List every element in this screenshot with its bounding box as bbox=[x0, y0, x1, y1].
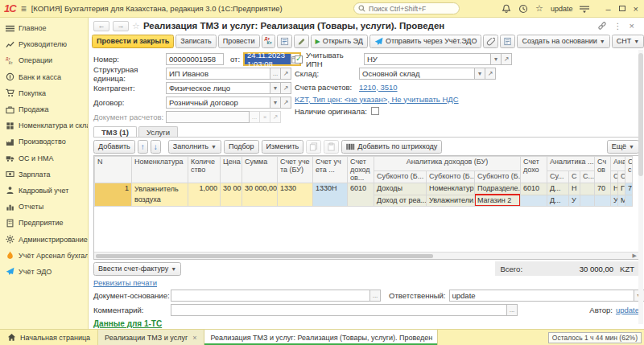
service-menu-icon[interactable] bbox=[580, 4, 589, 14]
table-row[interactable]: 1 Увлажнитель воздуха 1,000 30 00 30 000… bbox=[95, 183, 633, 207]
original-checkbox[interactable] bbox=[371, 107, 379, 115]
comment-field[interactable] bbox=[171, 304, 507, 316]
close-document-icon[interactable]: × bbox=[630, 21, 634, 31]
sidebar-item-main[interactable]: Главное bbox=[0, 20, 88, 36]
scrollbar-thumb[interactable] bbox=[638, 53, 643, 176]
cell-a2[interactable]: НУ bbox=[569, 183, 580, 207]
forward-button[interactable]: → bbox=[113, 21, 129, 31]
open-button[interactable]: ↗ bbox=[485, 68, 496, 80]
sidebar-item-salary[interactable]: Зарплата bbox=[0, 166, 88, 183]
sidebar-item-nomenclature[interactable]: Номенклатура и склад bbox=[0, 117, 88, 133]
cell-subkonto2[interactable]: Номенклатур...Увлажнители... bbox=[427, 183, 475, 207]
sidebar-item-fixed-assets[interactable]: ОС и НМА bbox=[0, 150, 88, 166]
cell-b2[interactable]: ГМ bbox=[618, 183, 625, 207]
choose-button[interactable]: ... bbox=[507, 304, 518, 316]
sidebar-item-operations[interactable]: ДтКтОперации bbox=[0, 52, 88, 68]
contract-field[interactable]: Розничный договор bbox=[166, 97, 270, 109]
global-search[interactable] bbox=[353, 2, 460, 14]
window-tab-list[interactable]: Реализации ТМЗ и услуг× bbox=[98, 330, 204, 345]
open-button[interactable]: ↗ bbox=[281, 97, 291, 109]
cell-price[interactable]: 30 00 bbox=[221, 183, 242, 207]
window-tab-document[interactable]: Реализация ТМЗ и услуг: Реализация (Това… bbox=[204, 330, 438, 345]
date-field[interactable]: 24.11.2023 1:03:08 bbox=[243, 52, 301, 66]
settlement-doc-field[interactable] bbox=[166, 111, 250, 123]
cell-a1[interactable]: Д...Д... bbox=[547, 183, 569, 207]
author-link[interactable]: update bbox=[616, 306, 639, 314]
enter-invoice-button[interactable]: Ввести счет-фактуру▼ bbox=[93, 262, 181, 276]
send-edo-button[interactable]: Отправить через Учёт.ЭДО bbox=[369, 35, 482, 48]
open-button[interactable]: ↗ bbox=[281, 68, 291, 80]
sidebar-item-hr[interactable]: Кадровый учет bbox=[0, 183, 88, 199]
dt-kt-button[interactable]: ДтКт bbox=[262, 35, 275, 48]
ipn-field[interactable]: НУ bbox=[364, 53, 491, 65]
cell-b1[interactable]: НУ bbox=[611, 183, 618, 207]
responsible-field[interactable]: update bbox=[449, 290, 634, 302]
cell-n[interactable]: 1 bbox=[95, 183, 132, 207]
favorite-star-icon[interactable]: ☆ bbox=[132, 21, 140, 31]
minimize-button[interactable]: – bbox=[605, 5, 610, 13]
sidebar-item-enterprise[interactable]: Предприятие bbox=[0, 215, 88, 231]
move-down-button[interactable]: ↓ bbox=[151, 140, 161, 154]
horizontal-scrollbar[interactable]: ▶ bbox=[94, 252, 638, 259]
cell-subkonto1[interactable]: ДоходыДоход от реа... bbox=[374, 183, 427, 207]
back-button[interactable]: ← bbox=[93, 21, 109, 31]
maximize-button[interactable] bbox=[619, 6, 625, 11]
base-document-field[interactable] bbox=[171, 290, 370, 302]
vertical-scrollbar[interactable] bbox=[638, 50, 643, 324]
cell-qty[interactable]: 1,000 bbox=[188, 183, 221, 207]
dropdown-button[interactable]: ▾ bbox=[475, 68, 485, 80]
cell-sum[interactable]: 30 000,00 bbox=[242, 183, 278, 207]
cell-subkonto3[interactable]: Подразделе...Магазин 2 bbox=[475, 183, 521, 207]
dropdown-button[interactable]: ▾ bbox=[270, 82, 281, 94]
main-menu-icon[interactable]: ≡ bbox=[21, 3, 27, 14]
close-tab-icon[interactable]: × bbox=[192, 334, 196, 342]
attachments-button[interactable] bbox=[483, 35, 498, 48]
search-input[interactable] bbox=[369, 5, 455, 13]
open-button[interactable]: ↗ bbox=[281, 82, 291, 94]
cell-last[interactable]: 7 bbox=[625, 183, 633, 207]
move-up-button[interactable]: ↑ bbox=[138, 140, 148, 154]
copy-rows-button[interactable] bbox=[306, 140, 321, 154]
tab-services[interactable]: Услуги bbox=[138, 126, 178, 137]
scrollbar-thumb[interactable] bbox=[96, 254, 433, 258]
choose-button[interactable]: ... bbox=[250, 111, 260, 123]
price-type-link[interactable]: KZT, Тип цен: <не указан>, Не учитывать … bbox=[295, 95, 459, 104]
tab-tmz[interactable]: ТМЗ (1) bbox=[93, 126, 137, 137]
cell-acc2[interactable]: 70 bbox=[595, 183, 611, 207]
post-button[interactable]: Провести bbox=[218, 35, 260, 48]
choose-button[interactable]: ... bbox=[370, 290, 381, 302]
fill-button[interactable]: Заполнить▼ bbox=[168, 140, 221, 154]
favorites-star-icon[interactable]: ☆ bbox=[535, 3, 543, 14]
edit-button[interactable] bbox=[294, 35, 309, 48]
cell-income-account-nu[interactable]: 6010 bbox=[521, 183, 547, 207]
open-ed-button[interactable]: ▶Открыть ЭД bbox=[311, 35, 368, 48]
sidebar-item-administration[interactable]: Администрирование bbox=[0, 231, 88, 247]
edo-state-button[interactable] bbox=[500, 35, 515, 48]
document-register-button[interactable] bbox=[277, 35, 292, 48]
sidebar-item-reports[interactable]: Отчеты bbox=[0, 199, 88, 215]
sidebar-item-edo[interactable]: Учёт ЭДО bbox=[0, 264, 88, 280]
more-menu-icon[interactable]: ⋮ bbox=[614, 22, 622, 31]
create-on-base-button[interactable]: Создать на основании▼ bbox=[517, 35, 609, 48]
contractor-field[interactable]: Физическое лицо bbox=[166, 82, 270, 94]
choose-button[interactable]: ... bbox=[270, 68, 281, 80]
cell-income-account[interactable]: 6010 bbox=[348, 183, 374, 207]
cell-account-bu[interactable]: 1330 bbox=[278, 183, 313, 207]
sidebar-item-arsenal[interactable]: Учёт Арсенал бухгалтера bbox=[0, 248, 88, 264]
cell-account-nu[interactable]: 1330Н bbox=[313, 183, 348, 207]
pick-button[interactable]: Подбор bbox=[224, 140, 259, 154]
notifications-bell-icon[interactable] bbox=[502, 4, 511, 14]
settlement-accounts-link[interactable]: 1210, 3510 bbox=[359, 83, 398, 92]
snt-button[interactable]: СНТ▼ bbox=[612, 35, 644, 48]
grid-more-button[interactable]: Ещё▼ bbox=[607, 140, 639, 154]
add-row-button[interactable]: Добавить bbox=[93, 140, 135, 154]
sidebar-item-bank-cash[interactable]: Банк и касса bbox=[0, 69, 88, 85]
data-1tc-section[interactable]: Данные для 1-ТС bbox=[89, 317, 644, 329]
dropdown-button[interactable]: ▾ bbox=[270, 97, 281, 109]
sidebar-item-sales[interactable]: Продажа bbox=[0, 101, 88, 117]
history-icon[interactable] bbox=[518, 4, 528, 14]
clear-button[interactable]: × bbox=[260, 111, 270, 123]
open-button[interactable]: ↗ bbox=[270, 111, 281, 123]
scroll-right-arrow[interactable]: ▶ bbox=[633, 253, 638, 259]
paste-rows-button[interactable] bbox=[324, 140, 339, 154]
